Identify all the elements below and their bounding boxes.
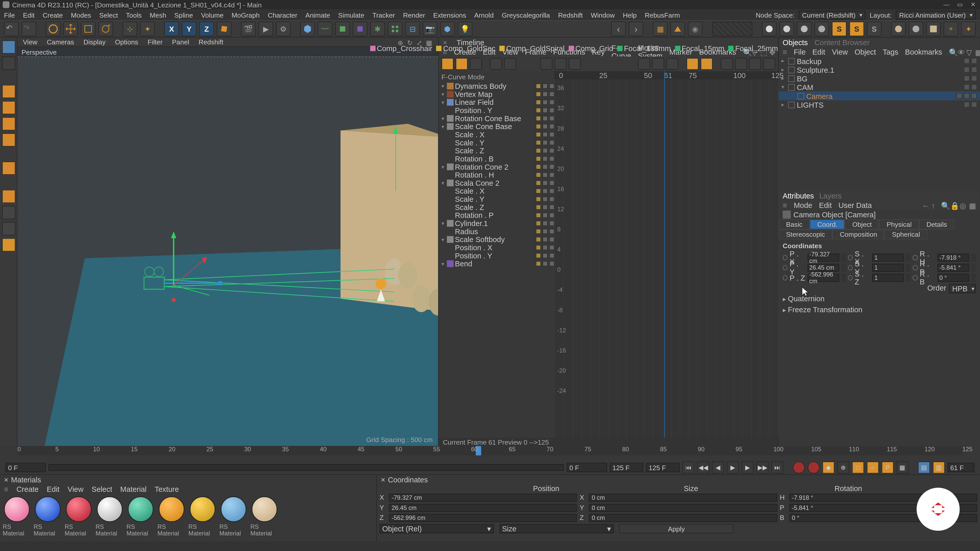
node-space-select[interactable]: Current (Redshift) — [799, 11, 865, 19]
timeline-track[interactable]: ▾Rotation Cone Base — [439, 114, 536, 122]
layers-tab[interactable]: Layers — [819, 192, 842, 200]
goto-end-button[interactable]: ⏭ — [771, 462, 783, 473]
misc-button-1[interactable] — [891, 21, 906, 36]
attr-tab-spherical[interactable]: Spherical — [885, 229, 928, 240]
tl-curve-3[interactable] — [667, 58, 678, 70]
rs-button-2[interactable] — [670, 21, 685, 36]
deform-button[interactable] — [353, 21, 368, 36]
material-item[interactable]: RS Material — [3, 496, 31, 539]
param-key-button[interactable]: P — [881, 462, 894, 473]
move-button[interactable] — [63, 21, 78, 36]
timeline-track[interactable]: Position . Y — [439, 106, 536, 114]
menu-mesh[interactable]: Mesh — [150, 11, 166, 19]
workplane-button[interactable] — [2, 238, 15, 251]
redshift-menu[interactable]: Redshift — [199, 38, 223, 46]
obj-filter-icon[interactable]: ▽ — [966, 48, 973, 55]
edge-mode-button[interactable] — [2, 101, 15, 114]
tl-curve-6[interactable] — [721, 58, 733, 70]
timeline-track[interactable]: ▾Bend — [439, 260, 536, 268]
materials-tab[interactable]: Materials — [11, 475, 41, 484]
menu-file[interactable]: File — [4, 11, 15, 19]
texture-mode-button[interactable] — [2, 57, 15, 70]
obj-menu-bookmarks[interactable]: Bookmarks — [905, 48, 942, 56]
s-button-2[interactable]: S — [850, 21, 864, 36]
take-tag[interactable]: Comp_GoldSec — [436, 44, 495, 52]
materials-grid[interactable]: RS MaterialRS MaterialRS MaterialRS Mate… — [0, 494, 376, 541]
mat-menu-select[interactable]: Select — [92, 485, 112, 493]
model-mode-button[interactable] — [2, 40, 15, 54]
next-key-button[interactable]: ▶▶ — [756, 462, 768, 473]
next-button[interactable]: › — [628, 21, 643, 36]
material-item[interactable]: RS Material — [95, 496, 124, 539]
obj-menu-file[interactable]: File — [794, 48, 806, 56]
maximize-button[interactable]: ▭ — [957, 1, 964, 8]
prev-frame-button[interactable]: ◀ — [712, 462, 724, 473]
viewport-solo-button[interactable] — [2, 190, 15, 203]
attr-menu-mode[interactable]: Mode — [794, 201, 812, 209]
scale-key-button[interactable]: □ — [852, 462, 864, 473]
view-menu[interactable]: View — [23, 38, 38, 46]
mat-menu-create[interactable]: Create — [16, 485, 38, 493]
menu-animate[interactable]: Animate — [305, 11, 330, 19]
coord-close-icon[interactable]: × — [381, 475, 385, 484]
materials-close-icon[interactable]: × — [4, 475, 8, 484]
pos-key-button[interactable]: ⊕ — [837, 462, 849, 473]
timeline-track[interactable]: Rotation . H — [439, 171, 536, 179]
tl-curve-1[interactable] — [638, 58, 650, 70]
menu-select[interactable]: Select — [99, 11, 118, 19]
tl-curve-2[interactable] — [652, 58, 664, 70]
mat-menu-texture[interactable]: Texture — [155, 485, 179, 493]
prev-button[interactable]: ‹ — [611, 21, 626, 36]
camera-button[interactable]: 📷 — [423, 21, 438, 36]
timeline-graph[interactable]: 0 25 50 61 75 100 125 36322824201612840-… — [555, 71, 778, 438]
pos-input[interactable]: 26.45 cm — [807, 263, 839, 272]
snap-grid-area[interactable] — [712, 21, 752, 36]
timeline-track[interactable]: Scale . X — [439, 187, 536, 195]
take-tag[interactable]: Focal_25mm — [729, 44, 778, 52]
menu-simulate[interactable]: Simulate — [338, 11, 364, 19]
objects-tree[interactable]: ▸Backup▸Sculpture.1▸BG▾CAMCamera▸LIGHTS — [779, 57, 980, 191]
menu-modes[interactable]: Modes — [71, 11, 91, 19]
menu-arnold[interactable]: Arnold — [474, 11, 493, 19]
material-item[interactable]: RS Material — [250, 496, 279, 539]
light-icon-4[interactable] — [815, 21, 829, 36]
display-menu[interactable]: Display — [83, 38, 105, 46]
tl-curve-4[interactable] — [687, 58, 698, 70]
timeline-track[interactable]: ▾Scala Cone 2 — [439, 179, 536, 187]
timeline-track[interactable]: ▾Vertex Map — [439, 90, 536, 98]
object-row[interactable]: ▸Backup — [779, 57, 980, 65]
uv-mode-button[interactable] — [2, 133, 15, 147]
attr-tab-composition[interactable]: Composition — [832, 229, 885, 240]
light-icon-3[interactable] — [797, 21, 811, 36]
bulb-button[interactable]: 💡 — [458, 21, 473, 36]
attr-menu-edit[interactable]: Edit — [819, 201, 832, 209]
keyframe-sel-button[interactable]: ◆ — [822, 462, 834, 473]
timeline-track[interactable]: ▾Scale Cone Base — [439, 122, 536, 130]
pos-Z[interactable]: -562.996 cm — [389, 513, 577, 522]
attr-tab-coord[interactable]: Coord. — [810, 219, 845, 230]
material-item[interactable]: RS Material — [34, 496, 62, 539]
timeline-playhead[interactable] — [664, 71, 665, 438]
object-row[interactable]: ▸Sculpture.1 — [779, 65, 980, 74]
quaternion-expander[interactable]: ▸ Quaternion — [783, 293, 976, 304]
scale-input[interactable]: 1 — [872, 263, 904, 272]
timeline-track[interactable]: Scale . Y — [439, 195, 536, 203]
material-item[interactable]: RS Material — [65, 496, 93, 539]
menu-extensions[interactable]: Extensions — [433, 11, 466, 19]
panel-menu[interactable]: Panel — [172, 38, 189, 46]
obj-max-icon[interactable]: ▦ — [975, 48, 980, 55]
freeze-transform-expander[interactable]: ▸ Freeze Transformation — [783, 304, 976, 315]
minimize-button[interactable]: — — [943, 1, 950, 8]
cameras-menu[interactable]: Cameras — [47, 38, 74, 46]
attr-tab-basic[interactable]: Basic — [779, 219, 810, 230]
object-row[interactable]: ▸LIGHTS — [779, 100, 980, 109]
tl-frame-button[interactable] — [490, 58, 502, 70]
array-button[interactable] — [388, 21, 402, 36]
obj-menu-edit[interactable]: Edit — [812, 48, 825, 56]
tl-link-button[interactable] — [504, 58, 516, 70]
pos-Y[interactable]: 26.45 cm — [389, 503, 577, 512]
attr-tab-details[interactable]: Details — [919, 219, 955, 230]
tl-key-2[interactable] — [555, 58, 566, 70]
play-end-1[interactable]: 125 F — [610, 463, 643, 472]
misc-button-5[interactable]: ✦ — [961, 21, 976, 36]
